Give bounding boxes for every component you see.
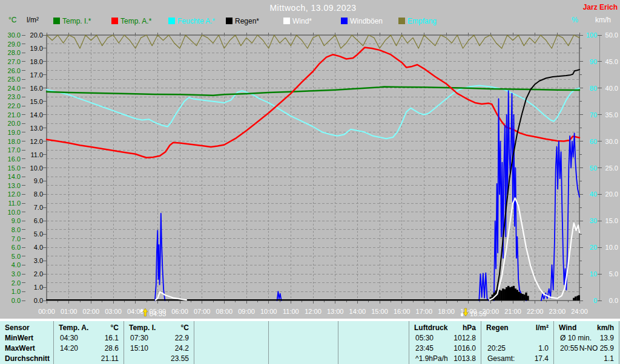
svg-text:02:00: 02:00 — [83, 308, 100, 315]
row-label: MinWert — [5, 334, 33, 343]
value-number: 23.55 — [171, 354, 189, 363]
sunrise-marker: 04:33 — [140, 308, 167, 317]
value-number: 1.0 — [538, 344, 549, 353]
axis-labels-lm2: 0.01.02.03.04.05.06.07.08.09.010.011.012… — [30, 31, 43, 304]
value-time: Gesamt: — [487, 354, 515, 363]
table-col-empty-4 — [338, 321, 409, 364]
sunrise-time: 04:33 — [150, 310, 167, 317]
value-number: 1012.8 — [453, 334, 476, 343]
svg-text:09:00: 09:00 — [238, 308, 255, 315]
value-number: 1.1 — [604, 354, 614, 363]
svg-text:30: 30 — [590, 217, 597, 224]
svg-text:1.0: 1.0 — [12, 288, 21, 295]
svg-text:24:00: 24:00 — [571, 308, 588, 315]
svg-text:21:00: 21:00 — [504, 308, 521, 315]
svg-text:2.0: 2.0 — [34, 270, 43, 278]
svg-text:17.0: 17.0 — [8, 146, 21, 154]
svg-text:14:00: 14:00 — [349, 308, 366, 315]
svg-text:5.0: 5.0 — [34, 230, 43, 238]
svg-text:9.0: 9.0 — [34, 177, 43, 184]
svg-text:15.0: 15.0 — [30, 98, 43, 105]
col-header: Wind — [559, 323, 576, 333]
svg-text:12:00: 12:00 — [305, 308, 322, 315]
svg-text:16.0: 16.0 — [8, 155, 21, 163]
col-unit: hPa — [463, 323, 476, 333]
sunset-marker: 18:59 — [461, 308, 487, 317]
svg-text:13.0: 13.0 — [30, 125, 43, 132]
svg-text:45.0: 45.0 — [605, 58, 618, 65]
table-col-temp-i: Temp. I.°C07:3022.915:1024.223.55 — [124, 321, 194, 364]
svg-text:0.0: 0.0 — [609, 297, 618, 304]
table-col-wind: Windkm/hØ 10 min.13.920:55N-NO 25.91.1 — [553, 321, 619, 364]
table-col-empty-2 — [194, 321, 268, 364]
svg-text:8.0: 8.0 — [12, 226, 21, 233]
value-number: 22.9 — [175, 334, 189, 343]
svg-text:15:00: 15:00 — [371, 308, 388, 315]
svg-text:25.0: 25.0 — [8, 76, 21, 83]
value-number: 1013.8 — [453, 354, 476, 363]
svg-text:0.0: 0.0 — [12, 297, 21, 304]
value-number: 13.9 — [600, 334, 614, 343]
svg-text:6.0: 6.0 — [12, 244, 21, 251]
svg-text:90: 90 — [590, 58, 597, 65]
svg-text:11:00: 11:00 — [283, 308, 299, 315]
svg-text:4.0: 4.0 — [34, 244, 43, 251]
sunrise-icon — [140, 310, 143, 312]
svg-text:5.0: 5.0 — [12, 253, 21, 260]
table-row-labels: SensorMinWertMaxWertDurchschnitt — [0, 321, 53, 364]
svg-text:10.0: 10.0 — [30, 164, 43, 172]
svg-text:18:00: 18:00 — [438, 308, 455, 315]
svg-text:18.0: 18.0 — [8, 138, 21, 145]
svg-text:50.0: 50.0 — [605, 31, 618, 39]
value-number: N-NO 25.9 — [579, 344, 614, 353]
axis-labels-kmh: 0.05.010.015.020.025.030.035.040.045.050… — [605, 31, 618, 304]
svg-text:16.0: 16.0 — [30, 85, 43, 92]
svg-text:60: 60 — [590, 138, 597, 145]
svg-text:3.0: 3.0 — [34, 257, 43, 264]
row-label: Durchschnitt — [5, 354, 50, 363]
svg-text:70: 70 — [590, 111, 597, 119]
col-unit: l/m² — [536, 323, 549, 333]
svg-text:0: 0 — [593, 297, 597, 304]
value-time: Ø 10 min. — [560, 334, 592, 343]
table-col-luftdruck: LuftdruckhPa05:301012.823:451016.0^1.9hP… — [409, 321, 481, 364]
svg-text:18.0: 18.0 — [30, 58, 43, 65]
value-number: 16.1 — [105, 334, 119, 343]
svg-text:10: 10 — [590, 270, 597, 278]
col-header: Regen — [486, 323, 509, 333]
svg-text:08:00: 08:00 — [216, 308, 233, 315]
svg-text:23.0: 23.0 — [8, 93, 21, 100]
x-axis-labels: 00:0001:0002:0003:0004:0005:0006:0007:00… — [38, 308, 588, 315]
table-col-temp-a: Temp. A.°C04:3016.114:2028.621.11 — [53, 321, 124, 364]
svg-text:15.0: 15.0 — [8, 164, 21, 172]
svg-text:28.0: 28.0 — [8, 49, 21, 56]
svg-text:10.0: 10.0 — [8, 209, 21, 216]
svg-text:24.0: 24.0 — [8, 85, 21, 92]
col-header: Temp. I. — [129, 323, 156, 333]
row-label: Sensor — [5, 323, 30, 333]
svg-text:03:00: 03:00 — [105, 308, 122, 315]
svg-text:15.0: 15.0 — [605, 217, 618, 224]
svg-text:20.0: 20.0 — [605, 190, 618, 198]
value-time: ^1.9hPa/h — [415, 354, 448, 363]
value-time: 23:45 — [415, 344, 434, 353]
table-col-regen: Regenl/m²20:251.0Gesamt:17.4 — [481, 321, 553, 364]
col-unit: km/h — [597, 323, 614, 333]
svg-text:17.0: 17.0 — [30, 71, 43, 79]
svg-text:30.0: 30.0 — [8, 31, 21, 39]
svg-text:14.0: 14.0 — [8, 173, 21, 180]
svg-text:20.0: 20.0 — [30, 31, 43, 39]
svg-text:01:00: 01:00 — [61, 308, 78, 315]
value-number: 17.4 — [535, 354, 549, 363]
sunset-icon — [461, 314, 463, 316]
svg-text:29.0: 29.0 — [8, 41, 21, 48]
svg-text:13.0: 13.0 — [8, 182, 21, 189]
svg-text:1.0: 1.0 — [34, 284, 43, 291]
svg-text:27.0: 27.0 — [8, 58, 21, 65]
svg-text:50: 50 — [590, 164, 597, 172]
value-time: 07:30 — [130, 334, 148, 343]
svg-text:13:00: 13:00 — [327, 308, 344, 315]
col-unit: °C — [111, 323, 119, 333]
value-time: 04:30 — [60, 334, 78, 343]
svg-text:30.0: 30.0 — [605, 138, 618, 145]
